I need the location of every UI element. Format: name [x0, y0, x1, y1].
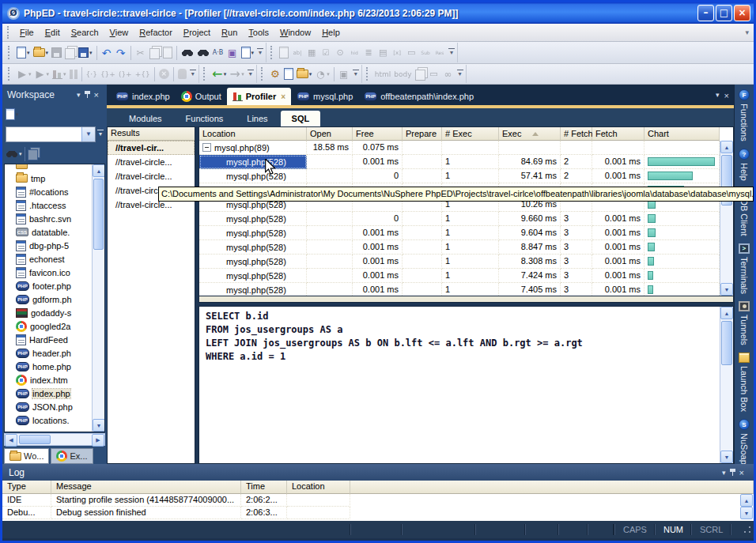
editor-tab-output[interactable]: Output [176, 88, 227, 105]
grid-scrollbar[interactable]: ▲ ▼ [720, 141, 733, 296]
dropdown-arrow-icon[interactable]: ▾ [47, 71, 50, 77]
replace-button[interactable]: A·B [211, 44, 225, 62]
save-button[interactable] [50, 44, 63, 62]
new-file-button[interactable]: ▾ [15, 44, 32, 62]
form-page-button[interactable] [278, 44, 290, 62]
dropdown-arrow-icon[interactable]: ▾ [89, 50, 93, 56]
find-in-files-button[interactable] [195, 44, 211, 62]
scroll-left-icon[interactable]: ◀ [5, 434, 17, 447]
scroll-down-icon[interactable]: ▼ [720, 283, 733, 296]
deploy-page-button[interactable] [282, 66, 295, 83]
checkbox-button[interactable]: ☑ [319, 44, 333, 62]
tree-item[interactable] [16, 164, 92, 172]
workspace-filter-combobox[interactable]: ▼ [6, 126, 96, 142]
grid-row[interactable]: mysql.php(528)0.001 ms19.604 ms30.001 ms [199, 226, 733, 240]
log-row[interactable]: IDEStarting profile session (41448587740… [2, 494, 754, 507]
editor-tab-offbeatenpath-index-php[interactable]: offbeatenpath\index.php [358, 88, 479, 105]
sql-text-pane[interactable]: SELECT b.idFROM jos_usergroups AS aLEFT … [198, 306, 734, 464]
toolbar-overflow-icon[interactable]: ▾ [457, 70, 463, 78]
results-item[interactable]: //travel-circle... [108, 169, 195, 183]
results-header[interactable]: Results [108, 127, 195, 141]
menu-search[interactable]: Search [66, 25, 104, 40]
log-column-time[interactable]: Time [241, 481, 287, 494]
scrollbar-thumb[interactable] [93, 179, 104, 250]
grid-row[interactable]: mysql.php(528)0.001 ms184.69 ms20.001 ms [199, 155, 733, 169]
column-header--exec[interactable]: # Exec [442, 127, 499, 141]
grid-row[interactable]: mysql.php(528)0.001 ms18.308 ms30.001 ms [199, 255, 733, 269]
navigate-forward-button[interactable]: →▾ [228, 66, 246, 83]
submit-button-button[interactable]: Sub [418, 44, 433, 62]
settings-tools-button[interactable]: ⚙ [268, 66, 282, 83]
tree-item-googled2a[interactable]: googled2a [16, 319, 92, 333]
undo-button[interactable]: ↶ [100, 44, 114, 62]
toolbar-overflow-icon[interactable]: ▾ [448, 48, 455, 57]
minimize-button[interactable]: – [697, 5, 714, 21]
tree-item-tmp[interactable]: tmp [16, 172, 92, 185]
column-header-exec[interactable]: Exec [499, 127, 561, 141]
paste-button[interactable] [161, 44, 174, 62]
sidebar-tab-help[interactable]: ?Help [739, 149, 750, 181]
menu-project[interactable]: Project [178, 25, 216, 40]
tree-horizontal-scrollbar[interactable]: ◀ ▶ [4, 433, 105, 446]
save-all-button[interactable] [63, 44, 77, 62]
embedded-view-button[interactable]: ▣ [337, 66, 351, 83]
tree-item-gdform-ph[interactable]: gdform.ph [16, 292, 92, 306]
html-tag-button[interactable]: html [373, 66, 393, 83]
log-column-message[interactable]: Message [51, 481, 241, 494]
collapse-icon[interactable] [202, 143, 211, 152]
sql-scrollbar[interactable]: ▲ ▼ [720, 307, 733, 463]
publish-button[interactable]: ▾ [295, 66, 314, 83]
text-field-button[interactable]: ab| [290, 44, 304, 62]
tree-item--htaccess[interactable]: .htaccess [16, 198, 92, 212]
tree-item-dbg-php-5[interactable]: dbg-php-5 [16, 239, 92, 252]
grid-row[interactable]: mysql.php(528)019.660 ms30.001 ms [199, 212, 733, 226]
radio-button-button[interactable]: ⊙ [333, 44, 347, 62]
dropdown-arrow-icon[interactable]: ▾ [28, 71, 32, 77]
listbox-button[interactable]: ≣ [361, 44, 376, 62]
sidebar-tab-launch-box[interactable]: Launch Box [739, 353, 750, 412]
toolbar-overflow-icon[interactable]: ▾ [190, 70, 196, 78]
workspace-tab-ex[interactable]: Ex... [51, 448, 93, 464]
combo-dropdown-icon[interactable]: ▼ [81, 127, 95, 141]
dropdown-arrow-icon[interactable]: ▾ [309, 71, 312, 77]
scroll-up-icon[interactable]: ▲ [720, 307, 733, 319]
tab-list-icon[interactable]: ▾ [716, 91, 720, 100]
menu-edit[interactable]: Edit [40, 25, 66, 40]
clipboard-button[interactable]: ▾ [240, 44, 256, 62]
grid-row[interactable]: mysql.php(528)0.001 ms17.424 ms30.001 ms [199, 269, 733, 283]
profiler-tab-modules[interactable]: Modules [118, 111, 173, 126]
dropdown-list-button[interactable]: ▤ [376, 44, 390, 62]
reset-button-button[interactable]: Res [433, 44, 447, 62]
grid-row[interactable]: mysql.php(528)0157.41 ms20.001 ms [199, 169, 733, 183]
menu-file[interactable]: File [14, 25, 40, 40]
dropdown-arrow-icon[interactable]: ▾ [327, 71, 330, 77]
toolbar-overflow-icon[interactable]: ▾ [257, 48, 263, 57]
preview-browser-button[interactable]: ◔▾ [313, 66, 331, 83]
dropdown-arrow-icon[interactable]: ▾ [46, 50, 49, 56]
sidebar-tab-terminals[interactable]: Terminals [739, 243, 750, 294]
scroll-down-icon[interactable]: ▼ [93, 419, 105, 432]
step-into-button[interactable]: {·} [85, 66, 99, 83]
workspace-tab-wo[interactable]: Wo... [4, 448, 49, 464]
tree-item-datatable-[interactable]: datatable. [16, 225, 92, 239]
log-scrollbar[interactable]: ▲ ▼ [740, 494, 754, 519]
column-header-prepare[interactable]: Prepare [403, 127, 442, 141]
column-header-location[interactable]: Location [199, 127, 307, 141]
column-header--fetch[interactable]: # Fetch [561, 127, 592, 141]
sidebar-tab-tunnels[interactable]: Tunnels [739, 301, 750, 345]
tree-scrollbar[interactable]: ▲ ▼ [92, 164, 104, 432]
profiler-tab-functions[interactable]: Functions [175, 111, 235, 126]
column-header-chart[interactable]: Chart [644, 127, 720, 141]
toolbar-overflow-icon[interactable]: ▾ [248, 70, 254, 78]
scroll-down-icon[interactable]: ▼ [720, 451, 733, 463]
run-to-cursor-button[interactable]: +{} [134, 66, 152, 83]
profiler-tab-sql[interactable]: SQL [281, 111, 321, 126]
find-button[interactable] [180, 44, 195, 62]
grid-row[interactable]: mysql.php(89)18.58 ms0.075 ms [199, 141, 733, 155]
tree-item-favicon-ico[interactable]: favicon.ico [16, 266, 92, 279]
title-bar[interactable]: PhpED - travel-circle::travel-cirlce - [… [2, 2, 754, 24]
tree-item-json-php[interactable]: JSON.php [16, 400, 92, 413]
resize-grip[interactable] [743, 525, 752, 534]
tree-item-footer-php[interactable]: footer.php [16, 279, 92, 292]
editor-tab-index-php[interactable]: index.php [110, 88, 176, 105]
